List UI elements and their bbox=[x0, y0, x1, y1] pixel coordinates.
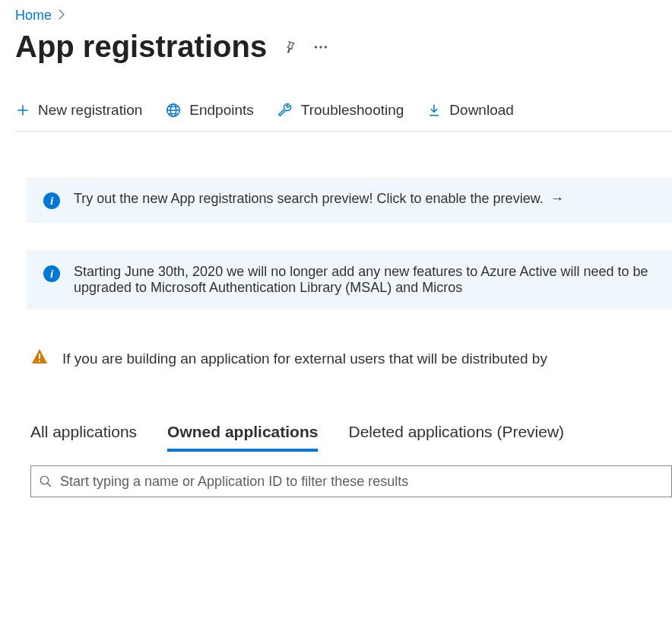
info-icon: i bbox=[43, 192, 60, 209]
troubleshooting-button[interactable]: Troubleshooting bbox=[277, 102, 404, 119]
pin-icon[interactable] bbox=[282, 40, 297, 55]
download-icon bbox=[426, 103, 442, 118]
download-button[interactable]: Download bbox=[426, 102, 514, 119]
warning-text: If you are building an application for e… bbox=[62, 351, 547, 367]
wrench-icon bbox=[277, 102, 293, 119]
page-title: App registrations bbox=[15, 30, 267, 64]
breadcrumb-home-link[interactable]: Home bbox=[15, 8, 52, 24]
search-box[interactable] bbox=[30, 465, 672, 497]
endpoints-button[interactable]: Endpoints bbox=[165, 102, 254, 119]
new-registration-label: New registration bbox=[38, 102, 142, 119]
svg-rect-6 bbox=[39, 360, 40, 362]
svg-point-2 bbox=[325, 46, 327, 48]
deprecation-banner-text: Starting June 30th, 2020 we will no long… bbox=[74, 264, 655, 296]
globe-icon bbox=[165, 102, 182, 119]
tab-all-applications[interactable]: All applications bbox=[30, 423, 137, 452]
page-title-row: App registrations bbox=[15, 30, 672, 64]
more-icon[interactable] bbox=[312, 39, 329, 56]
deprecation-banner: i Starting June 30th, 2020 we will no lo… bbox=[27, 250, 672, 310]
preview-banner[interactable]: i Try out the new App registrations sear… bbox=[27, 177, 672, 223]
chevron-right-icon bbox=[58, 9, 65, 23]
svg-point-1 bbox=[320, 46, 322, 48]
svg-point-0 bbox=[315, 46, 317, 48]
info-icon: i bbox=[43, 265, 60, 282]
preview-banner-text: Try out the new App registrations search… bbox=[74, 191, 564, 207]
warning-row: If you are building an application for e… bbox=[30, 348, 672, 370]
download-label: Download bbox=[449, 102, 514, 119]
tab-deleted-applications[interactable]: Deleted applications (Preview) bbox=[348, 423, 564, 452]
troubleshooting-label: Troubleshooting bbox=[301, 102, 404, 119]
svg-point-7 bbox=[40, 476, 49, 484]
toolbar: New registration Endpoints Troubleshooti… bbox=[15, 102, 672, 132]
endpoints-label: Endpoints bbox=[189, 102, 254, 119]
svg-rect-5 bbox=[39, 354, 40, 359]
warning-icon bbox=[30, 348, 49, 370]
search-input[interactable] bbox=[60, 474, 664, 490]
search-icon bbox=[39, 475, 52, 488]
tab-owned-applications[interactable]: Owned applications bbox=[167, 423, 318, 452]
new-registration-button[interactable]: New registration bbox=[15, 102, 142, 119]
tabs: All applications Owned applications Dele… bbox=[30, 423, 672, 452]
plus-icon bbox=[15, 103, 30, 118]
breadcrumb: Home bbox=[15, 8, 672, 24]
arrow-right-icon: → bbox=[550, 191, 564, 206]
